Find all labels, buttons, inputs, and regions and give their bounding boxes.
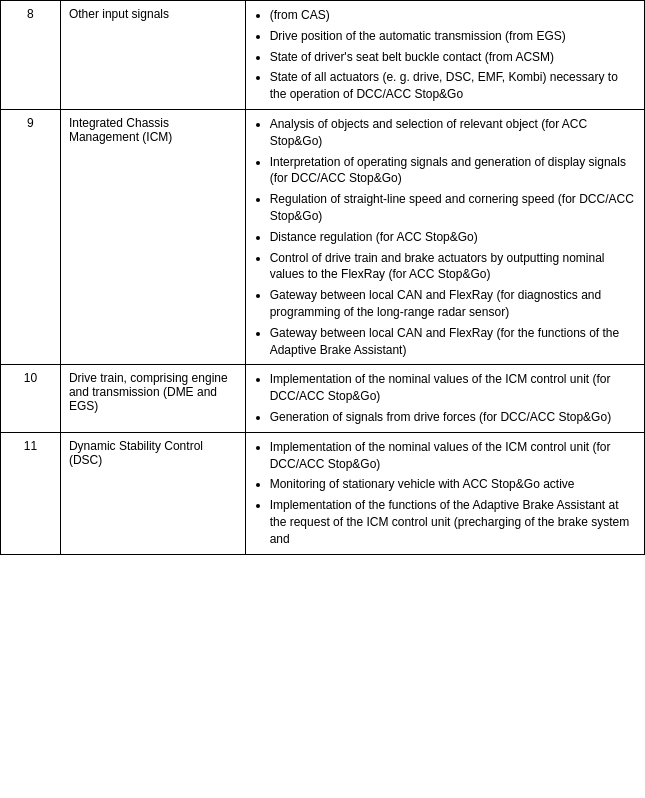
description-item: Implementation of the nominal values of … bbox=[270, 439, 636, 473]
description-item: (from CAS) bbox=[270, 7, 636, 24]
description-item: Interpretation of operating signals and … bbox=[270, 154, 636, 188]
description-item: Regulation of straight-line speed and co… bbox=[270, 191, 636, 225]
description-item: Generation of signals from drive forces … bbox=[270, 409, 636, 426]
description-item: State of all actuators (e. g. drive, DSC… bbox=[270, 69, 636, 103]
description-list: Implementation of the nominal values of … bbox=[254, 371, 636, 425]
description-item: Implementation of the functions of the A… bbox=[270, 497, 636, 547]
description-item: State of driver's seat belt buckle conta… bbox=[270, 49, 636, 66]
table-row: 11Dynamic Stability Control (DSC)Impleme… bbox=[1, 432, 645, 554]
description-list: (from CAS)Drive position of the automati… bbox=[254, 7, 636, 103]
row-component: Integrated Chassis Management (ICM) bbox=[60, 109, 245, 364]
description-list: Implementation of the nominal values of … bbox=[254, 439, 636, 548]
description-item: Gateway between local CAN and FlexRay (f… bbox=[270, 287, 636, 321]
row-description: (from CAS)Drive position of the automati… bbox=[245, 1, 644, 110]
description-item: Control of drive train and brake actuato… bbox=[270, 250, 636, 284]
row-description: Implementation of the nominal values of … bbox=[245, 365, 644, 432]
description-item: Distance regulation (for ACC Stop&Go) bbox=[270, 229, 636, 246]
row-number: 10 bbox=[1, 365, 61, 432]
row-description: Implementation of the nominal values of … bbox=[245, 432, 644, 554]
description-list: Analysis of objects and selection of rel… bbox=[254, 116, 636, 358]
row-number: 11 bbox=[1, 432, 61, 554]
description-item: Gateway between local CAN and FlexRay (f… bbox=[270, 325, 636, 359]
description-item: Drive position of the automatic transmis… bbox=[270, 28, 636, 45]
table-row: 9Integrated Chassis Management (ICM)Anal… bbox=[1, 109, 645, 364]
row-component: Dynamic Stability Control (DSC) bbox=[60, 432, 245, 554]
row-component: Other input signals bbox=[60, 1, 245, 110]
description-item: Monitoring of stationary vehicle with AC… bbox=[270, 476, 636, 493]
table-row: 8Other input signals(from CAS)Drive posi… bbox=[1, 1, 645, 110]
row-description: Analysis of objects and selection of rel… bbox=[245, 109, 644, 364]
description-item: Analysis of objects and selection of rel… bbox=[270, 116, 636, 150]
row-number: 9 bbox=[1, 109, 61, 364]
main-table: 8Other input signals(from CAS)Drive posi… bbox=[0, 0, 645, 555]
description-item: Implementation of the nominal values of … bbox=[270, 371, 636, 405]
row-number: 8 bbox=[1, 1, 61, 110]
table-row: 10Drive train, comprising engine and tra… bbox=[1, 365, 645, 432]
row-component: Drive train, comprising engine and trans… bbox=[60, 365, 245, 432]
